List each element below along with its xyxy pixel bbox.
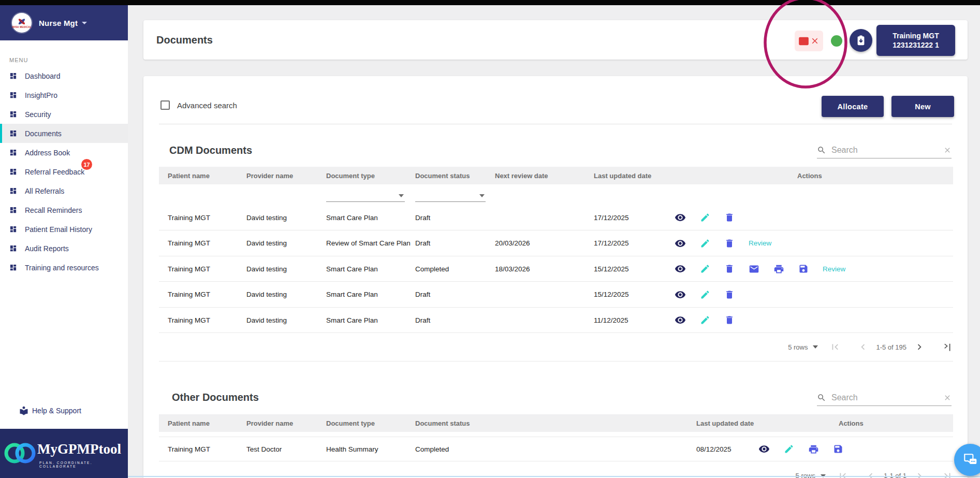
- notification-badge: 17: [81, 159, 92, 170]
- next-page-icon[interactable]: [914, 341, 925, 353]
- cdm-documents-title: CDM Documents: [169, 144, 252, 156]
- documents-panel: Advanced search Allocate New CDM Documen…: [143, 76, 968, 478]
- delete-icon[interactable]: [724, 315, 735, 325]
- sidebar-item-training-resources[interactable]: Training and resources: [0, 258, 128, 277]
- cell-document-status: Draft: [415, 230, 430, 256]
- view-icon[interactable]: [675, 289, 686, 300]
- delete-icon[interactable]: [724, 238, 735, 249]
- print-icon[interactable]: [808, 444, 819, 455]
- cell-provider: Test Doctor: [246, 437, 282, 461]
- table-row[interactable]: Training MGT David testing Smart Care Pl…: [159, 205, 953, 230]
- help-support-label: Help & Support: [32, 407, 81, 415]
- cell-document-status: Draft: [415, 308, 430, 332]
- sidebar-item-security[interactable]: Security: [0, 105, 128, 124]
- sidebar-item-recall-reminders[interactable]: Recall Reminders: [0, 200, 128, 220]
- email-error-chip[interactable]: [795, 31, 823, 51]
- sidebar-item-address-book[interactable]: Address Book: [0, 143, 128, 162]
- new-button[interactable]: New: [891, 96, 954, 117]
- sidebar-item-audit-reports[interactable]: Audit Reports: [0, 239, 128, 258]
- table-row[interactable]: Training MGT David testing Review of Sma…: [159, 230, 953, 256]
- view-icon[interactable]: [675, 238, 686, 249]
- table-row[interactable]: Training MGT David testing Smart Care Pl…: [159, 282, 953, 308]
- document-type-filter[interactable]: [326, 190, 405, 202]
- search-input[interactable]: [831, 146, 943, 155]
- cell-document-type: Smart Care Plan: [326, 282, 378, 307]
- delete-icon[interactable]: [724, 264, 735, 274]
- clear-search-icon[interactable]: [943, 146, 952, 154]
- user-role-dropdown[interactable]: Nurse Mgt: [39, 5, 87, 40]
- cell-document-type: Health Summary: [326, 437, 378, 461]
- review-link[interactable]: Review: [823, 265, 845, 273]
- brand-name: MyGPMPtool: [37, 441, 121, 457]
- view-icon[interactable]: [758, 443, 770, 455]
- cell-provider: David testing: [246, 256, 287, 281]
- brand-footer: MyGPMPtool PLAN. COORDINATE. COLLABORATE: [0, 429, 128, 478]
- clipboard-download-icon: [855, 35, 867, 46]
- view-icon[interactable]: [675, 314, 686, 326]
- search-icon: [817, 393, 826, 402]
- view-icon[interactable]: [675, 263, 686, 274]
- rows-per-page-select[interactable]: 5 rows: [796, 472, 815, 478]
- rows-per-page-select[interactable]: 5 rows: [788, 343, 808, 351]
- cell-patient: Training MGT: [168, 437, 210, 461]
- grid-icon: [9, 187, 17, 195]
- advanced-search-checkbox[interactable]: [160, 100, 170, 110]
- edit-icon[interactable]: [700, 315, 710, 325]
- sidebar-item-documents[interactable]: Documents: [0, 124, 128, 143]
- clear-search-icon[interactable]: [943, 394, 952, 402]
- table-row[interactable]: Training MGT David testing Smart Care Pl…: [159, 256, 953, 282]
- sidebar-item-patient-email-history[interactable]: Patient Email History: [0, 220, 128, 239]
- sidebar-item-dashboard[interactable]: Dashboard: [0, 66, 128, 85]
- clipboard-download-button[interactable]: [850, 29, 872, 52]
- grid-icon: [9, 225, 17, 233]
- cell-last-updated: 17/12/2025: [594, 205, 629, 230]
- cell-last-updated: 15/12/2025: [594, 256, 629, 281]
- delete-icon[interactable]: [724, 212, 735, 223]
- edit-icon[interactable]: [700, 238, 710, 249]
- divider: [159, 124, 952, 124]
- grid-icon: [9, 244, 17, 252]
- sidebar-item-label: Documents: [25, 129, 62, 138]
- search-input[interactable]: [831, 393, 943, 402]
- edit-icon[interactable]: [700, 264, 710, 274]
- sidebar-item-referral-feedback[interactable]: Referral Feedback 17: [0, 162, 128, 181]
- view-icon[interactable]: [675, 212, 686, 223]
- sidebar-item-label: Recall Reminders: [25, 206, 82, 214]
- account-button[interactable]: Training MGT 1231231222 1: [876, 25, 955, 56]
- first-page-icon[interactable]: [829, 341, 841, 353]
- table-row[interactable]: Training MGT David testing Smart Care Pl…: [159, 308, 953, 333]
- print-icon[interactable]: [773, 264, 784, 274]
- grid-icon: [9, 91, 17, 99]
- last-page-icon[interactable]: [942, 341, 953, 353]
- document-status-filter[interactable]: [415, 190, 486, 202]
- cell-document-type: Smart Care Plan: [326, 308, 378, 332]
- close-icon: [810, 36, 820, 46]
- delete-icon[interactable]: [724, 289, 735, 300]
- chevron-down-icon[interactable]: [813, 345, 818, 349]
- save-icon[interactable]: [798, 264, 809, 274]
- cell-last-updated: 08/12/2025: [696, 437, 732, 461]
- allocate-button[interactable]: Allocate: [822, 96, 884, 117]
- mail-icon[interactable]: [749, 264, 759, 274]
- previous-page-icon[interactable]: [857, 341, 869, 353]
- column-document-status: Document status: [415, 414, 470, 432]
- org-logo: IRISH MEDICAL: [12, 13, 32, 33]
- edit-icon[interactable]: [700, 289, 710, 300]
- cell-patient: Training MGT: [168, 308, 210, 332]
- org-name: IRISH MEDICAL: [12, 26, 32, 28]
- advanced-search-label: Advanced search: [177, 100, 237, 110]
- help-support-link[interactable]: Help & Support: [0, 404, 128, 417]
- review-link[interactable]: Review: [749, 239, 771, 247]
- edit-icon[interactable]: [784, 444, 794, 454]
- table-row[interactable]: Training MGT Test Doctor Health Summary …: [159, 437, 953, 461]
- menu-section-label: MENU: [9, 57, 28, 63]
- sidebar-item-insightpro[interactable]: InsightPro: [0, 85, 128, 105]
- cell-document-type: Review of Smart Care Plan: [326, 230, 411, 256]
- edit-icon[interactable]: [700, 212, 710, 223]
- bottom-edge-line: [128, 476, 980, 477]
- sidebar-item-label: Address Book: [25, 149, 70, 157]
- sidebar-item-all-referrals[interactable]: All Referrals: [0, 181, 128, 200]
- column-provider-name: Provider name: [246, 167, 293, 184]
- save-icon[interactable]: [833, 444, 843, 454]
- cell-provider: David testing: [246, 308, 287, 332]
